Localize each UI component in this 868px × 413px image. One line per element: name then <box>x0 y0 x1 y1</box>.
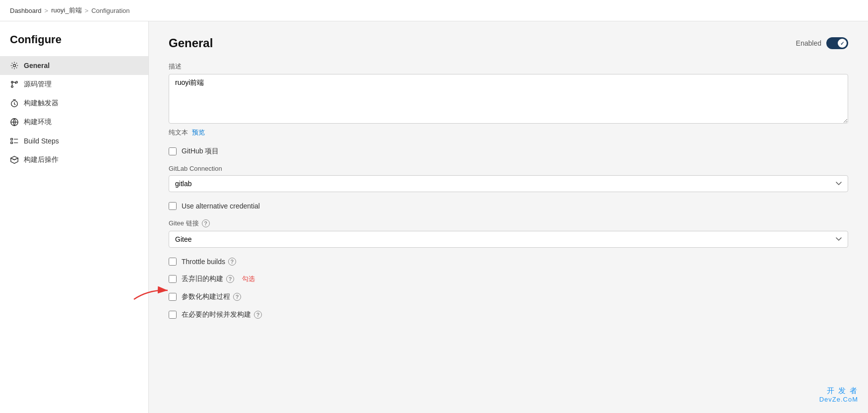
discard-old-label: 丢弃旧的构建 ? <box>182 275 234 283</box>
description-label: 描述 <box>169 62 848 71</box>
clock-icon <box>10 99 19 108</box>
discard-old-row: 丢弃旧的构建 ? 勾选 <box>169 275 848 283</box>
arrow-annotation <box>129 279 174 304</box>
gitee-label-row: Gitee 链接 ? <box>169 219 848 228</box>
watermark-line1: 开 发 者 <box>819 386 858 396</box>
sidebar-item-triggers[interactable]: 构建触发器 <box>0 94 148 113</box>
svg-rect-6 <box>11 138 13 140</box>
alternative-credential-checkbox[interactable] <box>169 202 177 210</box>
sidebar-label-source: 源码管理 <box>24 80 52 89</box>
throttle-builds-label: Throttle builds ? <box>182 258 236 266</box>
gear-icon <box>10 61 19 70</box>
discard-old-checkbox-item[interactable]: 丢弃旧的构建 ? 勾选 <box>169 275 848 283</box>
enabled-toggle-wrapper: Enabled <box>796 37 848 49</box>
enabled-toggle[interactable] <box>826 37 848 49</box>
enabled-label: Enabled <box>796 39 821 47</box>
globe-icon <box>10 118 19 127</box>
concurrent-label: 在必要的时候并发构建 ? <box>182 310 262 319</box>
svg-point-0 <box>13 64 15 67</box>
sidebar-item-source[interactable]: 源码管理 <box>0 75 148 94</box>
section-header: General Enabled <box>169 36 848 50</box>
breadcrumb-current: Configuration <box>91 7 129 14</box>
throttle-builds-checkbox[interactable] <box>169 258 177 266</box>
svg-point-3 <box>16 81 18 83</box>
check-annotation: 勾选 <box>242 275 255 283</box>
preview-link[interactable]: 预览 <box>192 128 205 137</box>
sidebar-label-build-steps: Build Steps <box>24 137 59 145</box>
description-textarea[interactable]: ruoyi前端 <box>169 74 848 124</box>
sidebar-item-post-build[interactable]: 构建后操作 <box>0 150 148 169</box>
sidebar-item-build-steps[interactable]: Build Steps <box>0 132 148 150</box>
throttle-builds-checkbox-item[interactable]: Throttle builds ? <box>169 258 848 266</box>
gitlab-connection-group: GitLab Connection gitlab <box>169 165 848 192</box>
github-project-label: GitHub 项目 <box>182 147 219 156</box>
description-group: 描述 ruoyi前端 纯文本 预览 <box>169 62 848 137</box>
gitee-link-label: Gitee 链接 <box>169 219 199 228</box>
alternative-credential-checkbox-item[interactable]: Use alternative credential <box>169 202 848 210</box>
gitee-link-group: Gitee 链接 ? Gitee <box>169 219 848 248</box>
sidebar-label-environment: 构建环境 <box>24 118 52 127</box>
sidebar: Configure General 源码管理 <box>0 21 149 413</box>
layout: Configure General 源码管理 <box>0 21 868 413</box>
concurrent-checkbox-item[interactable]: 在必要的时候并发构建 ? <box>169 310 848 319</box>
parameterized-checkbox-item[interactable]: 参数化构建过程 ? <box>169 292 848 301</box>
github-project-checkbox-item[interactable]: GitHub 项目 <box>169 147 848 156</box>
sidebar-title: Configure <box>0 33 148 56</box>
toggle-thumb <box>838 39 847 48</box>
sidebar-item-environment[interactable]: 构建环境 <box>0 113 148 132</box>
gitee-link-help-icon[interactable]: ? <box>202 219 210 227</box>
svg-rect-7 <box>11 142 13 144</box>
parameterized-help-icon[interactable]: ? <box>233 293 241 301</box>
main-content: General Enabled 描述 ruoyi前端 纯文本 预览 GitH <box>149 21 868 413</box>
box-icon <box>10 155 19 164</box>
plain-text-link[interactable]: 纯文本 <box>169 128 188 137</box>
github-project-checkbox[interactable] <box>169 147 177 155</box>
concurrent-checkbox[interactable] <box>169 311 177 319</box>
breadcrumb-project[interactable]: ruoyi_前端 <box>51 6 81 15</box>
sidebar-item-general[interactable]: General <box>0 56 148 75</box>
branch-icon <box>10 80 19 89</box>
list-icon <box>10 137 19 145</box>
throttle-builds-help-icon[interactable]: ? <box>228 258 236 266</box>
text-links: 纯文本 预览 <box>169 128 848 137</box>
breadcrumb: Dashboard > ruoyi_前端 > Configuration <box>0 0 868 21</box>
gitee-link-select[interactable]: Gitee <box>169 231 848 248</box>
concurrent-help-icon[interactable]: ? <box>254 311 262 319</box>
gitlab-connection-select[interactable]: gitlab <box>169 175 848 192</box>
discard-old-help-icon[interactable]: ? <box>226 275 234 283</box>
alternative-credential-label: Use alternative credential <box>182 202 260 210</box>
sidebar-label-triggers: 构建触发器 <box>24 99 59 108</box>
section-title: General <box>169 36 213 50</box>
watermark: 开 发 者 DevZe.CoM <box>819 386 858 403</box>
parameterized-label: 参数化构建过程 ? <box>182 292 241 301</box>
breadcrumb-dashboard[interactable]: Dashboard <box>10 7 42 14</box>
sidebar-label-general: General <box>24 62 50 69</box>
svg-point-2 <box>11 86 13 88</box>
sidebar-label-post-build: 构建后操作 <box>24 155 59 164</box>
gitlab-connection-label: GitLab Connection <box>169 165 848 172</box>
watermark-line2: DevZe.CoM <box>819 396 858 403</box>
